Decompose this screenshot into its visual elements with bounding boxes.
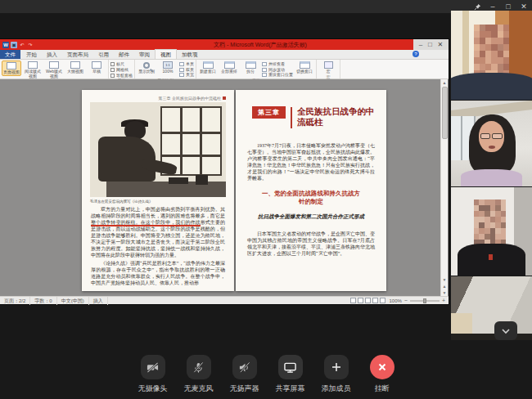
help-icon[interactable]: ? [413,51,419,57]
switch-windows-icon [300,61,310,69]
app-window-controls: – □ ✕ [472,2,529,11]
draft-view-button[interactable]: 草稿 [87,61,106,74]
status-view-shortcuts[interactable] [350,298,385,303]
pin-icon[interactable] [472,2,482,11]
room-object [451,313,472,335]
word-close-button[interactable]: ✕ [438,39,444,50]
tab-insert[interactable]: 插入 [42,50,62,59]
zoom-out-button[interactable]: − [404,298,408,304]
video-tile-participant-1[interactable] [451,11,532,100]
view-shortcut-icon[interactable] [350,298,356,303]
split-button[interactable]: 拆分 [241,61,260,74]
fullscreen-reading-view-button[interactable]: 阅读版式视图 [23,61,43,78]
share-screen-button[interactable]: 共享屏幕 [273,355,307,394]
macros-button[interactable]: 宏 [318,61,338,74]
zoom-100-button[interactable]: 1:1 100% [158,61,178,74]
mosaic-cell [474,211,480,217]
mosaic-cell [479,234,485,240]
document-scrollbar[interactable]: ▲ ▼ ▲ ▼ [440,79,448,296]
minimize-button[interactable]: – [488,2,498,11]
scroll-up-icon[interactable]: ▲ [443,79,447,86]
undo-icon[interactable]: ↶ [19,42,25,48]
mosaic-cell [503,64,509,70]
web-layout-view-button[interactable]: Web版式视图 [44,61,64,78]
status-insert-mode[interactable]: 插入 [89,297,108,305]
view-side-by-side-button[interactable]: 并排查看 [262,62,293,67]
ruler-checkbox[interactable]: 标尺 [110,61,133,66]
red-underline-annotation: 整个战争转变的枢纽。在这个阶段中，我们的作战 [91,220,201,226]
word-maximize-button[interactable]: □ [428,39,432,50]
mosaic-cell [498,44,503,51]
tab-page-layout[interactable]: 页面布局 [62,50,93,59]
collapse-video-list-button[interactable] [494,321,517,340]
header-marker-icon [223,96,226,100]
gridlines-checkbox[interactable]: 网格线 [110,67,133,72]
zoom-button[interactable]: 显示比例 [137,61,156,74]
add-member-button[interactable]: 添加成员 [319,355,353,394]
tab-view[interactable]: 视图 [155,49,177,59]
camera-off-button[interactable]: 无摄像头 [136,355,169,394]
tab-home[interactable]: 开始 [21,50,42,59]
zoom-in-button[interactable]: + [442,298,445,304]
video-tile-participant-3[interactable] [451,187,532,276]
zoom-slider[interactable] [410,300,440,302]
view-shortcut-icon[interactable] [358,298,363,303]
video-tile-participant-2[interactable] [451,101,532,186]
checkbox-icon [110,62,115,66]
scroll-down-icon[interactable]: ▼ [443,276,447,283]
hangup-button[interactable]: 挂断 [365,355,399,394]
mosaic-cell [474,57,480,64]
video-tile-participant-4[interactable] [451,276,532,340]
view-shortcut-icon[interactable] [365,298,371,303]
next-page-icon[interactable]: ▼ [443,289,447,296]
status-word-count[interactable]: 字数：0 [30,297,56,305]
view-shortcut-icon[interactable] [372,298,378,303]
book-right-page: 第三章 全民族抗日战争的中流砥柱 1937年7月7日夜，日本侵略军突然发动卢沟桥… [236,90,386,291]
speaker-off-button[interactable]: 无扬声器 [228,355,261,394]
page-width-icon [179,73,184,77]
scrollbar-thumb[interactable] [442,87,448,139]
mosaic-cell [491,25,497,31]
mosaic-cell [485,31,491,38]
maximize-button[interactable]: □ [503,2,513,11]
photo-caption: 毛泽东在延安窑洞内撰写《论持久战》 [90,200,153,204]
tab-addins[interactable]: 加载项 [177,50,203,59]
section-heading: 一、党的全面抗战路线和持久抗战方针的制定 [262,190,360,206]
participant-1-shoulders [451,73,532,100]
previous-page-icon[interactable]: ▲ [443,283,447,289]
tab-mailings[interactable]: 邮件 [114,50,134,59]
mosaic-cell [491,44,497,51]
mosaic-cell [479,217,485,222]
zoom-level[interactable]: 100% [389,298,401,303]
mosaic-cell [490,217,496,222]
one-page-button[interactable]: 单页 [179,62,194,67]
mosaic-cell [495,217,501,222]
mosaic-cell [479,222,485,228]
mosaic-cell [474,51,480,57]
ribbon-group-document-views: 页面视图 阅读版式视图 Web版式视图 大纲视图 [0,60,109,78]
mosaic-cell [479,200,485,205]
word-minimize-button[interactable]: – [419,39,422,50]
mosaic-cell [485,200,490,205]
mic-off-button[interactable]: 无麦克风 [182,355,215,394]
view-shortcut-icon[interactable] [380,298,385,303]
zoom-slider-thumb[interactable] [423,298,426,303]
mosaic-cell [491,57,497,64]
right-page-paragraph-1: 1937年7月7日夜，日本侵略军突然发动卢沟桥事变（七七事变）。当地中国驻军奋起… [247,142,375,182]
status-language[interactable]: 中文(中国) [57,297,89,305]
tab-references[interactable]: 引用 [93,50,114,59]
mosaic-cell [474,64,480,70]
outline-view-button[interactable]: 大纲视图 [65,61,85,74]
mosaic-cell [490,228,496,234]
arrange-all-button[interactable]: 全部重排 [219,61,239,74]
redo-icon[interactable]: ↷ [27,42,34,48]
tab-file[interactable]: 文件 [0,50,20,59]
close-button[interactable]: ✕ [519,2,529,11]
mosaic-cell [485,222,490,228]
switch-windows-button[interactable]: 切换窗口 [295,61,314,74]
new-window-button[interactable]: 新建窗口 [198,61,218,74]
print-layout-view-button[interactable]: 页面视图 [2,61,21,76]
tab-review[interactable]: 审阅 [134,50,155,59]
checkbox-icon [110,74,115,78]
save-icon[interactable]: ▣ [11,42,17,48]
